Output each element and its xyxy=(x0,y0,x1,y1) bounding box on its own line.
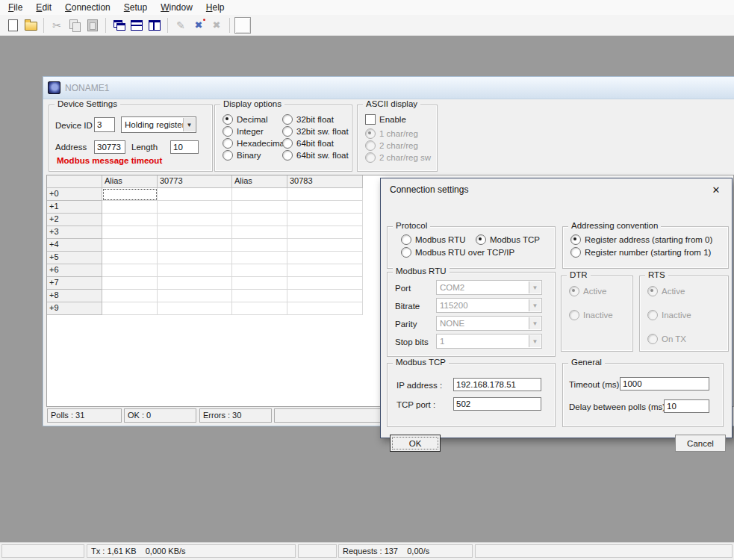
child-window-titlebar[interactable]: NONAME1 xyxy=(43,77,734,99)
open-file-button[interactable] xyxy=(22,16,40,34)
grid-column-header[interactable]: Alias xyxy=(232,175,287,188)
tcp-port-input[interactable] xyxy=(453,397,541,411)
radio-register-number[interactable]: Register number (starting from 1) xyxy=(570,247,711,258)
grid-cell[interactable] xyxy=(158,264,232,277)
grid-cell[interactable] xyxy=(158,226,232,239)
grid-cell[interactable] xyxy=(102,201,158,214)
grid-cell[interactable] xyxy=(232,290,287,302)
cascade-windows-button[interactable] xyxy=(110,16,128,34)
radio-modbus-tcp[interactable]: Modbus TCP xyxy=(476,234,540,245)
delay-input[interactable] xyxy=(664,399,709,413)
radio-icon[interactable] xyxy=(223,114,233,125)
tile-horizontal-button[interactable] xyxy=(128,16,146,34)
grid-cell[interactable] xyxy=(232,188,287,201)
protocol-label: Protocol xyxy=(393,221,430,230)
grid-cell[interactable] xyxy=(287,201,363,214)
grid-cell[interactable] xyxy=(158,302,232,315)
menu-help[interactable]: Help xyxy=(199,1,231,14)
radio-icon[interactable] xyxy=(282,126,293,137)
grid-cell[interactable] xyxy=(158,239,232,252)
menu-window[interactable]: Window xyxy=(154,1,199,14)
address-input[interactable] xyxy=(94,140,125,154)
radio-32bit-sw-float[interactable]: 32bit sw. float xyxy=(282,126,349,137)
radio-icon[interactable] xyxy=(282,114,293,125)
grid-cell[interactable] xyxy=(287,290,363,302)
menu-edit[interactable]: Edit xyxy=(29,1,58,14)
grid-cell[interactable] xyxy=(158,214,232,226)
close-button[interactable]: ✕ xyxy=(705,181,727,198)
grid-cell[interactable] xyxy=(102,226,158,239)
grid-cell[interactable] xyxy=(102,239,158,252)
radio-icon[interactable] xyxy=(282,150,293,161)
device-id-input[interactable] xyxy=(94,117,115,132)
cancel-button[interactable]: Cancel xyxy=(675,435,726,452)
new-file-button[interactable] xyxy=(4,16,22,34)
radio-hexadecimal[interactable]: Hexadecimal xyxy=(223,138,286,149)
grid-cell[interactable] xyxy=(102,214,158,226)
radio-icon[interactable] xyxy=(401,234,411,245)
radio-integer[interactable]: Integer xyxy=(223,126,264,137)
radio-icon[interactable] xyxy=(401,247,411,258)
connect-button[interactable]: ✖ xyxy=(190,16,208,34)
grid-cell[interactable] xyxy=(102,277,158,290)
enable-checkbox-row[interactable]: Enable xyxy=(365,114,406,125)
menu-file[interactable]: File xyxy=(1,1,29,14)
grid-cell[interactable] xyxy=(232,252,287,264)
timeout-input[interactable] xyxy=(620,377,709,391)
grid-cell[interactable] xyxy=(158,201,232,214)
grid-cell-selected[interactable] xyxy=(102,188,158,201)
grid-cell[interactable] xyxy=(287,264,363,277)
radio-32bit-float[interactable]: 32bit float xyxy=(282,114,334,125)
grid-cell[interactable] xyxy=(158,188,232,201)
grid-cell[interactable] xyxy=(287,252,363,264)
grid-cell[interactable] xyxy=(102,302,158,315)
grid-cell[interactable] xyxy=(232,302,287,315)
grid-cell[interactable] xyxy=(232,226,287,239)
grid-cell[interactable] xyxy=(287,239,363,252)
grid-cell[interactable] xyxy=(287,214,363,226)
radio-64bit-sw-float[interactable]: 64bit sw. float xyxy=(282,150,349,161)
grid-cell[interactable] xyxy=(287,302,363,315)
grid-cell[interactable] xyxy=(287,226,363,239)
grid-cell[interactable] xyxy=(287,188,363,201)
radio-icon[interactable] xyxy=(223,138,233,149)
grid-cell[interactable] xyxy=(158,252,232,264)
grid-cell[interactable] xyxy=(102,264,158,277)
radio-modbus-rtu-over-tcpip[interactable]: Modbus RTU over TCP/IP xyxy=(401,247,514,258)
grid-cell[interactable] xyxy=(232,239,287,252)
chevron-down-icon[interactable]: ▼ xyxy=(183,118,195,131)
length-input[interactable] xyxy=(170,140,199,154)
grid-column-header[interactable]: 30773 xyxy=(158,175,232,188)
grid-cell[interactable] xyxy=(102,252,158,264)
grid-cell[interactable] xyxy=(232,201,287,214)
radio-register-address[interactable]: Register address (starting from 0) xyxy=(570,234,712,245)
radio-icon[interactable] xyxy=(570,247,581,258)
grid-cell[interactable] xyxy=(287,277,363,290)
checkbox-icon[interactable] xyxy=(365,114,376,125)
radio-icon[interactable] xyxy=(223,126,233,137)
grid-cell[interactable] xyxy=(158,277,232,290)
menu-connection[interactable]: Connection xyxy=(58,1,117,14)
grid-cell[interactable] xyxy=(232,264,287,277)
ok-button[interactable]: OK xyxy=(390,435,441,452)
radio-decimal[interactable]: Decimal xyxy=(223,114,268,125)
radio-icon[interactable] xyxy=(223,150,233,161)
radio-icon[interactable] xyxy=(570,234,581,245)
radio-64bit-float[interactable]: 64bit float xyxy=(282,138,334,149)
radio-modbus-rtu[interactable]: Modbus RTU xyxy=(401,234,466,245)
dialog-titlebar[interactable]: Connection settings xyxy=(381,178,732,201)
grid-column-header[interactable]: Alias xyxy=(102,175,158,188)
grid-cell[interactable] xyxy=(102,290,158,302)
radio-icon[interactable] xyxy=(282,138,293,149)
radio-icon[interactable] xyxy=(476,234,486,245)
register-type-combo[interactable]: Holding registers ▼ xyxy=(121,116,196,133)
grid-column-header[interactable]: 30783 xyxy=(287,175,363,188)
ip-address-input[interactable] xyxy=(453,378,541,391)
grid-cell[interactable] xyxy=(232,277,287,290)
tile-vertical-button[interactable] xyxy=(146,16,164,34)
grid-cell[interactable] xyxy=(232,214,287,226)
menu-setup[interactable]: Setup xyxy=(117,1,154,14)
radio-binary[interactable]: Binary xyxy=(223,150,261,161)
blank-toolbar-button[interactable] xyxy=(234,16,252,34)
grid-cell[interactable] xyxy=(158,290,232,302)
